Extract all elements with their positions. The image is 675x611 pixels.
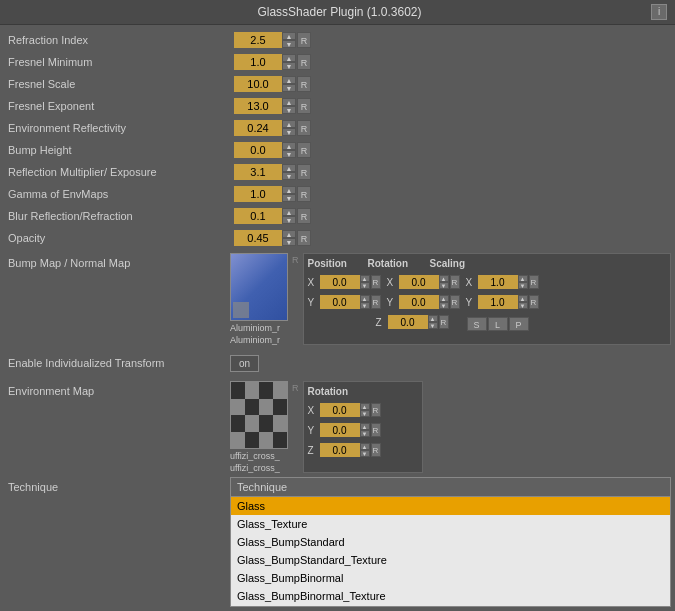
param-r-9[interactable]: R [297, 230, 311, 246]
param-up-4[interactable]: ▲ [282, 120, 296, 128]
env-x-down[interactable]: ▼ [360, 410, 370, 417]
env-y-r-btn[interactable]: R [371, 423, 381, 437]
param-spin-5[interactable]: ▲ ▼ [282, 142, 296, 158]
param-down-4[interactable]: ▼ [282, 128, 296, 136]
param-input-6[interactable] [234, 164, 282, 180]
y-scale-input[interactable] [478, 295, 518, 309]
x-rot-input[interactable] [399, 275, 439, 289]
env-y-up[interactable]: ▲ [360, 423, 370, 430]
param-down-6[interactable]: ▼ [282, 172, 296, 180]
param-r-5[interactable]: R [297, 142, 311, 158]
param-up-1[interactable]: ▲ [282, 54, 296, 62]
y-pos-r-btn[interactable]: R [371, 295, 381, 309]
z-rot-down[interactable]: ▼ [428, 322, 438, 329]
z-rot-up[interactable]: ▲ [428, 315, 438, 322]
x-scale-input[interactable] [478, 275, 518, 289]
env-y-input[interactable] [320, 423, 360, 437]
param-r-8[interactable]: R [297, 208, 311, 224]
s-button[interactable]: S [467, 317, 487, 331]
param-down-5[interactable]: ▼ [282, 150, 296, 158]
param-input-4[interactable] [234, 120, 282, 136]
param-up-2[interactable]: ▲ [282, 76, 296, 84]
env-x-r-btn[interactable]: R [371, 403, 381, 417]
param-down-1[interactable]: ▼ [282, 62, 296, 70]
x-rot-r-btn[interactable]: R [450, 275, 460, 289]
param-input-5[interactable] [234, 142, 282, 158]
x-rot-up[interactable]: ▲ [439, 275, 449, 282]
param-input-2[interactable] [234, 76, 282, 92]
y-scale-up[interactable]: ▲ [518, 295, 528, 302]
technique-option-1[interactable]: Glass_Texture [231, 515, 670, 533]
param-r-1[interactable]: R [297, 54, 311, 70]
param-input-3[interactable] [234, 98, 282, 114]
env-z-spin[interactable]: ▲▼ [360, 443, 370, 457]
y-rot-r-btn[interactable]: R [450, 295, 460, 309]
l-button[interactable]: L [488, 317, 508, 331]
param-down-0[interactable]: ▼ [282, 40, 296, 48]
param-down-2[interactable]: ▼ [282, 84, 296, 92]
technique-option-2[interactable]: Glass_BumpStandard [231, 533, 670, 551]
y-scale-r-btn[interactable]: R [529, 295, 539, 309]
param-up-7[interactable]: ▲ [282, 186, 296, 194]
z-rot-spin[interactable]: ▲▼ [428, 315, 438, 329]
enable-transform-button[interactable]: on [230, 355, 259, 372]
x-pos-r-btn[interactable]: R [371, 275, 381, 289]
env-y-down[interactable]: ▼ [360, 430, 370, 437]
param-up-9[interactable]: ▲ [282, 230, 296, 238]
y-rot-down[interactable]: ▼ [439, 302, 449, 309]
y-rot-up[interactable]: ▲ [439, 295, 449, 302]
x-rot-down[interactable]: ▼ [439, 282, 449, 289]
param-spin-9[interactable]: ▲ ▼ [282, 230, 296, 246]
param-up-8[interactable]: ▲ [282, 208, 296, 216]
param-input-9[interactable] [234, 230, 282, 246]
param-spin-1[interactable]: ▲ ▼ [282, 54, 296, 70]
env-y-spin[interactable]: ▲▼ [360, 423, 370, 437]
param-spin-7[interactable]: ▲ ▼ [282, 186, 296, 202]
y-pos-input[interactable] [320, 295, 360, 309]
param-spin-6[interactable]: ▲ ▼ [282, 164, 296, 180]
x-pos-up[interactable]: ▲ [360, 275, 370, 282]
z-rot-input[interactable] [388, 315, 428, 329]
param-up-6[interactable]: ▲ [282, 164, 296, 172]
y-rot-spin[interactable]: ▲▼ [439, 295, 449, 309]
x-scale-down[interactable]: ▼ [518, 282, 528, 289]
technique-option-4[interactable]: Glass_BumpBinormal [231, 569, 670, 587]
param-down-8[interactable]: ▼ [282, 216, 296, 224]
env-z-up[interactable]: ▲ [360, 443, 370, 450]
x-pos-input[interactable] [320, 275, 360, 289]
p-button[interactable]: P [509, 317, 529, 331]
env-x-spin[interactable]: ▲▼ [360, 403, 370, 417]
param-r-4[interactable]: R [297, 120, 311, 136]
x-pos-spin[interactable]: ▲▼ [360, 275, 370, 289]
y-pos-spin[interactable]: ▲▼ [360, 295, 370, 309]
x-scale-up[interactable]: ▲ [518, 275, 528, 282]
env-z-input[interactable] [320, 443, 360, 457]
x-rot-spin[interactable]: ▲▼ [439, 275, 449, 289]
param-up-3[interactable]: ▲ [282, 98, 296, 106]
param-r-3[interactable]: R [297, 98, 311, 114]
x-scale-r-btn[interactable]: R [529, 275, 539, 289]
param-r-0[interactable]: R [297, 32, 311, 48]
bump-texture-preview[interactable] [230, 253, 288, 321]
param-spin-4[interactable]: ▲ ▼ [282, 120, 296, 136]
x-scale-spin[interactable]: ▲▼ [518, 275, 528, 289]
param-r-2[interactable]: R [297, 76, 311, 92]
param-spin-0[interactable]: ▲ ▼ [282, 32, 296, 48]
env-x-input[interactable] [320, 403, 360, 417]
info-button[interactable]: i [651, 4, 667, 20]
param-down-3[interactable]: ▼ [282, 106, 296, 114]
env-x-up[interactable]: ▲ [360, 403, 370, 410]
technique-option-0[interactable]: Glass [231, 497, 670, 515]
param-input-8[interactable] [234, 208, 282, 224]
env-texture-preview[interactable] [230, 381, 288, 449]
param-spin-8[interactable]: ▲ ▼ [282, 208, 296, 224]
param-up-0[interactable]: ▲ [282, 32, 296, 40]
param-down-9[interactable]: ▼ [282, 238, 296, 246]
param-up-5[interactable]: ▲ [282, 142, 296, 150]
param-spin-3[interactable]: ▲ ▼ [282, 98, 296, 114]
technique-option-5[interactable]: Glass_BumpBinormal_Texture [231, 587, 670, 605]
y-pos-up[interactable]: ▲ [360, 295, 370, 302]
y-rot-input[interactable] [399, 295, 439, 309]
param-input-0[interactable] [234, 32, 282, 48]
param-input-7[interactable] [234, 186, 282, 202]
